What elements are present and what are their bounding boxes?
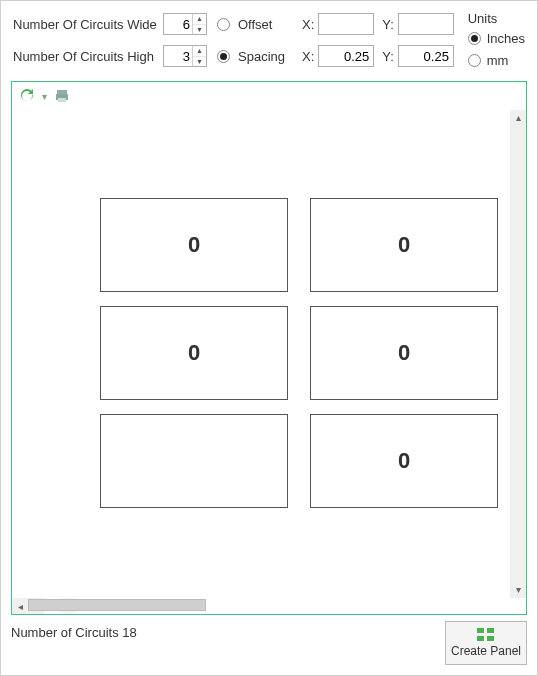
offset-y-label: Y:: [382, 17, 394, 32]
circuit-cell: [100, 414, 288, 508]
preview-toolbar: ▾: [12, 82, 526, 110]
circuit-cell: 0: [310, 198, 498, 292]
high-label: Number Of Circuits High: [13, 49, 163, 64]
wide-spin-down[interactable]: ▼: [193, 25, 206, 35]
create-panel-button[interactable]: Create Panel: [445, 621, 527, 665]
wide-spin-up[interactable]: ▲: [193, 14, 206, 25]
svg-rect-4: [487, 628, 494, 633]
high-input[interactable]: [164, 46, 192, 66]
offset-radio[interactable]: [217, 18, 230, 31]
wide-spinner[interactable]: ▲ ▼: [163, 13, 207, 35]
scroll-up-icon[interactable]: ▴: [510, 110, 526, 126]
wide-label: Number Of Circuits Wide: [13, 17, 163, 32]
scroll-thumb[interactable]: [28, 599, 206, 611]
footer: Number of Circuits 18 Create Panel: [1, 615, 537, 675]
spacing-radio[interactable]: [217, 50, 230, 63]
high-spinner[interactable]: ▲ ▼: [163, 45, 207, 67]
toolbar-separator: ▾: [42, 91, 47, 102]
horizontal-scrollbar[interactable]: ◂ ▸: [12, 598, 44, 614]
high-spin-down[interactable]: ▼: [193, 57, 206, 67]
circuit-cell: 0: [100, 306, 288, 400]
svg-rect-0: [57, 90, 67, 94]
offset-x-label: X:: [302, 17, 314, 32]
spacing-x-label: X:: [302, 49, 314, 64]
scroll-down-icon[interactable]: ▾: [510, 582, 526, 598]
svg-rect-5: [477, 636, 484, 641]
spacing-x-input[interactable]: [318, 45, 374, 67]
svg-rect-2: [58, 98, 66, 102]
status-text: Number of Circuits 18: [11, 621, 437, 640]
spacing-radio-label: Spacing: [238, 49, 294, 64]
print-icon[interactable]: [53, 87, 71, 105]
panelize-dialog: Number Of Circuits Wide ▲ ▼ Number Of Ci…: [0, 0, 538, 676]
svg-rect-6: [487, 636, 494, 641]
circuit-cell: 0: [100, 198, 288, 292]
vertical-scrollbar[interactable]: ▴ ▾: [510, 110, 526, 598]
spacing-y-label: Y:: [382, 49, 394, 64]
offset-radio-label: Offset: [238, 17, 294, 32]
scroll-left-icon[interactable]: ◂: [12, 601, 28, 612]
units-mm-radio[interactable]: [468, 54, 481, 67]
preview-area: ▾ 0 0 0 0 0 ▴: [11, 81, 527, 615]
wide-input[interactable]: [164, 14, 192, 34]
controls-panel: Number Of Circuits Wide ▲ ▼ Number Of Ci…: [1, 1, 537, 81]
units-inches-radio[interactable]: [468, 32, 481, 45]
preview-canvas[interactable]: 0 0 0 0 0: [12, 110, 510, 598]
offset-x-input[interactable]: [318, 13, 374, 35]
refresh-icon[interactable]: [18, 87, 36, 105]
offset-y-input[interactable]: [398, 13, 454, 35]
high-spin-up[interactable]: ▲: [193, 46, 206, 57]
units-header: Units: [468, 11, 525, 26]
units-mm-label: mm: [487, 53, 509, 68]
create-panel-label: Create Panel: [451, 644, 521, 658]
svg-rect-3: [477, 628, 484, 633]
spacing-y-input[interactable]: [398, 45, 454, 67]
panel-grid-icon: [477, 628, 495, 642]
circuit-cell: 0: [310, 414, 498, 508]
units-inches-label: Inches: [487, 31, 525, 46]
circuit-cell: 0: [310, 306, 498, 400]
